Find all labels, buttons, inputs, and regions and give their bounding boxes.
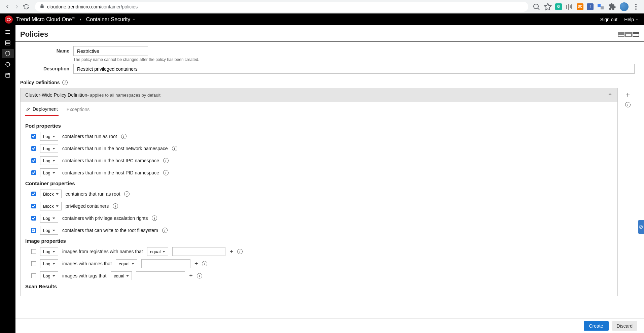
window-max-icon[interactable] — [633, 32, 639, 37]
action-dropdown[interactable]: Log — [40, 226, 58, 235]
browser-forward-button[interactable] — [12, 2, 22, 11]
rule-checkbox[interactable] — [31, 134, 36, 139]
content-scroll[interactable]: Name The policy name cannot be changed a… — [15, 42, 644, 333]
action-dropdown[interactable]: Log — [40, 214, 58, 223]
rule-row: Log containers that can write to the roo… — [31, 226, 613, 235]
nav-calendar[interactable] — [2, 70, 14, 80]
rule-checkbox[interactable] — [31, 216, 36, 221]
module-selector[interactable]: Container Security — [86, 16, 137, 23]
window-med-icon[interactable] — [625, 32, 632, 37]
svg-rect-10 — [5, 41, 10, 42]
browser-reload-button[interactable] — [22, 2, 31, 11]
svg-rect-14 — [6, 73, 10, 77]
info-icon[interactable]: i — [625, 102, 631, 107]
browser-menu-icon[interactable] — [632, 3, 640, 11]
tab-deployment[interactable]: Deployment — [25, 104, 59, 116]
nav-target[interactable] — [2, 60, 14, 69]
extension-grammarly-icon[interactable]: G — [555, 3, 562, 10]
info-icon[interactable]: i — [62, 80, 68, 85]
sign-out-link[interactable]: Sign out — [600, 17, 617, 22]
action-dropdown[interactable]: Log — [40, 259, 58, 268]
rule-checkbox[interactable] — [31, 249, 36, 254]
info-icon[interactable]: i — [163, 158, 169, 163]
rule-checkbox[interactable] — [31, 261, 36, 266]
window-min-icon[interactable] — [618, 32, 624, 37]
rule-checkbox-indeterminate[interactable] — [31, 228, 36, 233]
extension-bars-icon[interactable] — [565, 3, 573, 11]
action-dropdown[interactable]: Log — [40, 132, 58, 141]
info-icon[interactable]: i — [121, 134, 127, 139]
info-icon[interactable]: i — [197, 273, 202, 278]
match-value-input[interactable] — [136, 271, 185, 280]
feedback-tab[interactable] — [638, 220, 644, 234]
add-definition-icon[interactable]: + — [626, 91, 630, 99]
cluster-definition-box: Cluster-Wide Policy Definition - applies… — [20, 88, 618, 296]
caret-down-icon — [126, 275, 129, 277]
zoom-icon[interactable] — [532, 3, 540, 11]
action-dropdown[interactable]: Log — [40, 168, 58, 177]
add-rule-icon[interactable]: + — [229, 248, 233, 255]
svg-point-13 — [6, 62, 10, 66]
chevron-down-icon — [635, 18, 639, 22]
info-icon[interactable]: i — [124, 191, 130, 197]
rule-text: containers that run in the host network … — [62, 146, 168, 151]
info-icon[interactable]: i — [163, 170, 169, 175]
rule-checkbox[interactable] — [31, 170, 36, 175]
match-dropdown[interactable]: equal — [111, 271, 132, 280]
browser-url-host: cloudone.trendmicro.com — [47, 4, 100, 9]
info-icon[interactable]: i — [237, 249, 243, 254]
action-dropdown[interactable]: Block — [40, 190, 62, 198]
browser-back-button[interactable] — [3, 2, 12, 11]
add-rule-icon[interactable]: + — [194, 260, 198, 267]
description-input[interactable] — [73, 64, 635, 74]
nav-servers[interactable] — [2, 38, 14, 47]
brand-name[interactable]: Trend Micro Cloud One™ — [16, 16, 75, 23]
action-dropdown[interactable]: Log — [40, 247, 58, 256]
cluster-header[interactable]: Cluster-Wide Policy Definition - applies… — [21, 88, 617, 102]
action-dropdown[interactable]: Log — [40, 271, 58, 280]
rule-row: Log containers that run as root i — [31, 132, 613, 141]
rule-checkbox[interactable] — [31, 273, 36, 278]
match-dropdown[interactable]: equal — [116, 259, 137, 268]
chevron-up-icon[interactable] — [607, 92, 613, 98]
rule-checkbox[interactable] — [31, 158, 36, 163]
extension-facebook-icon[interactable]: f — [587, 3, 594, 10]
extensions-puzzle-icon[interactable] — [608, 3, 616, 11]
bookmark-star-icon[interactable] — [544, 3, 552, 11]
action-dropdown[interactable]: Log — [40, 144, 58, 153]
svg-rect-5 — [598, 4, 601, 7]
info-icon[interactable]: i — [172, 146, 177, 151]
info-icon[interactable]: i — [113, 203, 118, 209]
help-menu[interactable]: Help — [624, 17, 639, 22]
add-rule-icon[interactable]: + — [189, 272, 193, 279]
rule-row: Log containers with privilege escalation… — [31, 214, 613, 223]
browser-url-bar[interactable]: cloudone.trendmicro.com/container/polici… — [35, 2, 528, 12]
rule-checkbox[interactable] — [31, 204, 36, 208]
tab-exceptions[interactable]: Exceptions — [66, 104, 90, 116]
match-value-input[interactable] — [141, 259, 190, 268]
section-pod-properties: Pod properties — [25, 123, 613, 129]
section-image-properties: Image properties — [25, 238, 613, 244]
action-dropdown[interactable]: Log — [40, 156, 58, 165]
window-size-buttons — [618, 32, 639, 37]
svg-point-8 — [635, 6, 637, 7]
info-icon[interactable]: i — [152, 215, 157, 221]
info-icon[interactable]: i — [162, 228, 168, 233]
discard-button[interactable]: Discard — [612, 321, 637, 331]
nav-policies[interactable] — [2, 49, 14, 58]
create-button[interactable]: Create — [584, 321, 609, 331]
info-icon[interactable]: i — [202, 261, 207, 266]
name-input[interactable] — [73, 46, 148, 56]
action-dropdown[interactable]: Block — [40, 202, 62, 210]
rule-checkbox[interactable] — [31, 146, 36, 151]
cluster-title: Cluster-Wide Policy Definition — [25, 92, 87, 98]
rule-checkbox[interactable] — [31, 192, 36, 196]
extension-sc-icon[interactable]: SC — [577, 3, 583, 10]
nav-hamburger[interactable] — [2, 27, 14, 37]
match-value-input[interactable] — [172, 247, 225, 256]
match-dropdown[interactable]: equal — [147, 247, 169, 256]
svg-rect-6 — [601, 6, 604, 9]
rule-text: images with tags that — [62, 273, 107, 278]
extension-translate-icon[interactable] — [597, 3, 605, 11]
profile-avatar[interactable] — [620, 2, 629, 11]
